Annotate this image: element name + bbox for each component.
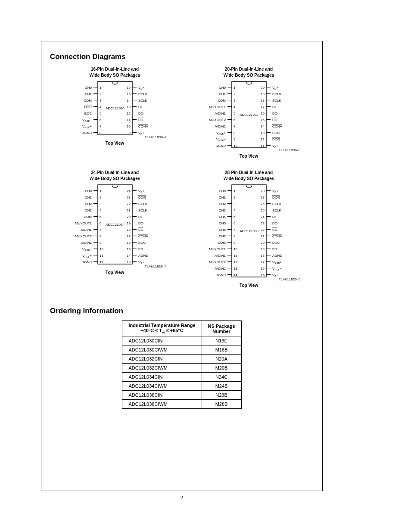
svg-text:27: 27 bbox=[261, 196, 265, 199]
svg-text:CONV: CONV bbox=[138, 124, 149, 128]
svg-text:CH2: CH2 bbox=[84, 202, 92, 206]
order-row: ADC12L038CIWMM28B bbox=[122, 400, 241, 409]
svg-text:5: 5 bbox=[234, 215, 236, 219]
top-view-label: Top View bbox=[50, 141, 180, 146]
svg-text:VA+: VA+ bbox=[138, 131, 144, 135]
svg-text:9: 9 bbox=[234, 137, 236, 141]
svg-text:22: 22 bbox=[127, 202, 131, 206]
order-part: ADC12L032CIN bbox=[122, 355, 202, 364]
svg-text:12: 12 bbox=[100, 260, 103, 264]
svg-text:17: 17 bbox=[261, 260, 265, 264]
order-pkg: M24B bbox=[202, 382, 241, 391]
svg-text:DO: DO bbox=[272, 221, 277, 225]
svg-text:DI: DI bbox=[272, 105, 276, 109]
svg-text:21: 21 bbox=[127, 208, 131, 212]
svg-text:DI: DI bbox=[272, 215, 276, 219]
svg-text:CH0: CH0 bbox=[84, 189, 92, 193]
svg-text:13: 13 bbox=[127, 260, 131, 264]
svg-text:11: 11 bbox=[127, 118, 131, 122]
order-part: ADC12L034CIN bbox=[122, 373, 202, 382]
order-pkg: N24C bbox=[202, 373, 241, 382]
svg-text:6: 6 bbox=[100, 118, 102, 122]
connection-diagrams-heading: Connection Diagrams bbox=[50, 53, 314, 61]
svg-text:9: 9 bbox=[234, 241, 236, 245]
svg-text:ADC12L032: ADC12L032 bbox=[240, 113, 258, 117]
chip-outline: ADC12L0301CH02CH13COM4DOR5EOC6VREF−7VREF… bbox=[68, 81, 162, 138]
svg-text:CCLK: CCLK bbox=[272, 92, 282, 96]
svg-text:EOC: EOC bbox=[272, 131, 280, 135]
svg-text:A/DIN1: A/DIN1 bbox=[215, 254, 226, 258]
svg-text:12: 12 bbox=[261, 137, 265, 141]
order-row: ADC12L032CINN20A bbox=[122, 355, 241, 364]
svg-text:18: 18 bbox=[261, 254, 265, 258]
svg-text:4: 4 bbox=[234, 105, 236, 109]
svg-text:CH1: CH1 bbox=[218, 196, 226, 199]
svg-text:VA+: VA+ bbox=[138, 260, 144, 264]
svg-text:VD+: VD+ bbox=[272, 189, 279, 193]
chip-outline: ADC12L0381CH02CH13CH24CH35CH46CH57CH68CH… bbox=[202, 184, 296, 280]
svg-text:MUXOUT2: MUXOUT2 bbox=[209, 260, 226, 264]
svg-text:CH1: CH1 bbox=[218, 92, 226, 96]
svg-text:COM: COM bbox=[84, 215, 92, 219]
order-part: ADC12L032CIWM bbox=[122, 364, 202, 373]
package-diagram: 28-Pin Dual-In-Line andWide Body SO Pack… bbox=[184, 170, 314, 288]
svg-text:DGND: DGND bbox=[81, 260, 92, 264]
svg-text:20: 20 bbox=[261, 241, 265, 245]
svg-text:CH3: CH3 bbox=[218, 208, 226, 212]
svg-text:3: 3 bbox=[234, 202, 236, 206]
svg-text:DO: DO bbox=[272, 112, 277, 115]
svg-text:DO: DO bbox=[138, 221, 143, 225]
svg-text:15: 15 bbox=[127, 92, 131, 96]
svg-text:7: 7 bbox=[234, 124, 236, 128]
svg-text:14: 14 bbox=[127, 99, 131, 103]
svg-text:25: 25 bbox=[261, 208, 265, 212]
order-pkg: N16E bbox=[202, 336, 241, 345]
svg-text:DI: DI bbox=[138, 215, 142, 219]
svg-text:7: 7 bbox=[100, 228, 102, 232]
order-row: ADC12L030CINN16E bbox=[122, 336, 241, 345]
svg-text:VD+: VD+ bbox=[138, 86, 145, 90]
package-title: 20-Pin Dual-In-Line andWide Body SO Pack… bbox=[184, 66, 314, 78]
svg-text:10: 10 bbox=[234, 144, 237, 148]
svg-text:15: 15 bbox=[261, 273, 265, 277]
svg-text:CCLK: CCLK bbox=[138, 92, 148, 96]
svg-text:16: 16 bbox=[261, 112, 265, 115]
svg-text:12: 12 bbox=[127, 112, 131, 115]
svg-text:PD: PD bbox=[138, 247, 143, 251]
svg-text:8: 8 bbox=[234, 234, 236, 238]
svg-text:MUXOUT2: MUXOUT2 bbox=[209, 118, 226, 122]
svg-text:11: 11 bbox=[234, 254, 237, 258]
svg-text:19: 19 bbox=[127, 221, 131, 225]
svg-text:18: 18 bbox=[127, 228, 131, 232]
svg-text:1: 1 bbox=[100, 189, 102, 193]
svg-text:ADC12L034: ADC12L034 bbox=[106, 223, 125, 227]
svg-text:VREF−: VREF− bbox=[82, 118, 91, 122]
order-part: ADC12L038CIWM bbox=[122, 400, 202, 409]
svg-text:13: 13 bbox=[261, 131, 265, 135]
svg-text:COM: COM bbox=[218, 241, 226, 245]
svg-text:CH0: CH0 bbox=[218, 189, 226, 193]
svg-text:20: 20 bbox=[127, 215, 131, 219]
svg-text:CS: CS bbox=[138, 228, 143, 232]
svg-text:CCLK: CCLK bbox=[272, 202, 282, 206]
svg-text:CH7: CH7 bbox=[218, 234, 226, 238]
svg-text:15: 15 bbox=[127, 247, 131, 251]
svg-text:VREF−: VREF− bbox=[216, 137, 225, 142]
order-pkg: N28B bbox=[202, 391, 241, 400]
svg-text:DGND: DGND bbox=[81, 131, 92, 135]
svg-text:COM: COM bbox=[218, 99, 226, 103]
svg-text:4: 4 bbox=[100, 208, 102, 212]
svg-text:9: 9 bbox=[128, 131, 131, 135]
svg-text:CH5: CH5 bbox=[218, 221, 226, 225]
svg-text:A/DIN1: A/DIN1 bbox=[81, 228, 92, 232]
svg-text:14: 14 bbox=[234, 273, 237, 277]
chip-outline: ADC12L0341CH02CH13CH24CH35COM6MUXOUT17A/… bbox=[68, 184, 162, 268]
svg-text:VD+: VD+ bbox=[272, 86, 279, 90]
svg-text:4: 4 bbox=[234, 208, 236, 212]
svg-text:4: 4 bbox=[100, 105, 102, 109]
svg-text:11: 11 bbox=[100, 254, 103, 258]
page-number: 2 bbox=[41, 495, 322, 500]
svg-text:VREF+: VREF+ bbox=[82, 254, 91, 258]
svg-text:18: 18 bbox=[261, 99, 265, 103]
svg-text:SCLK: SCLK bbox=[138, 99, 148, 103]
